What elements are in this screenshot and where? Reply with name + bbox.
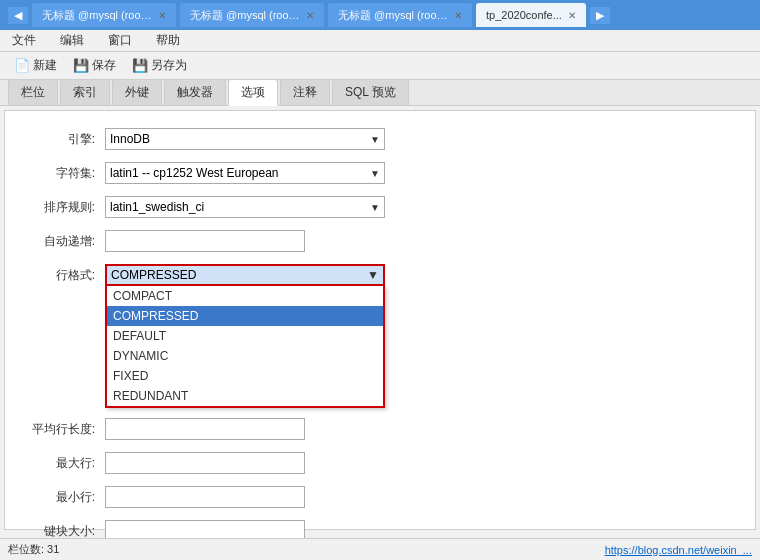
save-as-button[interactable]: 💾 另存为 [126, 55, 193, 76]
engine-select[interactable]: InnoDB ▼ [105, 128, 385, 150]
tab-columns[interactable]: 栏位 [8, 79, 58, 105]
min-row-row: 最小行: [25, 485, 735, 509]
tab-sql-preview[interactable]: SQL 预览 [332, 79, 409, 105]
menu-file[interactable]: 文件 [8, 30, 40, 51]
charset-arrow: ▼ [370, 168, 380, 179]
save-label: 保存 [92, 57, 116, 74]
avg-row-field [105, 418, 385, 440]
min-row-label: 最小行: [25, 489, 105, 506]
new-icon: 📄 [14, 58, 30, 74]
charset-field: latin1 -- cp1252 West European ▼ [105, 162, 385, 184]
row-format-dropdown: COMPACT COMPRESSED DEFAULT DYNAMIC FIXED… [105, 286, 385, 408]
status-link[interactable]: https://blog.csdn.net/weixin_... [605, 544, 752, 556]
row-format-label: 行格式: [25, 267, 105, 284]
main-content: 引擎: InnoDB ▼ 字符集: latin1 -- cp1252 West … [4, 110, 756, 530]
charset-label: 字符集: [25, 165, 105, 182]
toolbar: 📄 新建 💾 保存 💾 另存为 [0, 52, 760, 80]
option-fixed[interactable]: FIXED [107, 366, 383, 386]
collation-label: 排序规则: [25, 199, 105, 216]
tab-2-close[interactable]: ✕ [306, 10, 314, 21]
new-button[interactable]: 📄 新建 [8, 55, 63, 76]
menu-edit[interactable]: 编辑 [56, 30, 88, 51]
option-default[interactable]: DEFAULT [107, 326, 383, 346]
max-row-row: 最大行: [25, 451, 735, 475]
auto-increment-input[interactable] [105, 230, 305, 252]
engine-field: InnoDB ▼ [105, 128, 385, 150]
option-redundant[interactable]: REDUNDANT [107, 386, 383, 406]
auto-increment-label: 自动递增: [25, 233, 105, 250]
tab-nav-right[interactable]: ▶ [590, 7, 610, 24]
collation-arrow: ▼ [370, 202, 380, 213]
key-block-label: 键块大小: [25, 523, 105, 540]
avg-row-input[interactable] [105, 418, 305, 440]
tab-strip: 栏位 索引 外键 触发器 选项 注释 SQL 预览 [0, 80, 760, 106]
status-bar: 栏位数: 31 https://blog.csdn.net/weixin_... [0, 538, 760, 560]
engine-row: 引擎: InnoDB ▼ [25, 127, 735, 151]
avg-row-row: 平均行长度: [25, 417, 735, 441]
menu-help[interactable]: 帮助 [152, 30, 184, 51]
option-dynamic[interactable]: DYNAMIC [107, 346, 383, 366]
engine-arrow: ▼ [370, 134, 380, 145]
row-format-arrow: ▼ [367, 268, 379, 282]
min-row-field [105, 486, 385, 508]
tab-3-close[interactable]: ✕ [454, 10, 462, 21]
tab-4[interactable]: tp_2020confe... ✕ [476, 3, 586, 27]
tab-comments[interactable]: 注释 [280, 79, 330, 105]
charset-row: 字符集: latin1 -- cp1252 West European ▼ [25, 161, 735, 185]
min-row-input[interactable] [105, 486, 305, 508]
save-icon: 💾 [73, 58, 89, 74]
tab-1[interactable]: 无标题 @mysql (root) - ... ✕ [32, 3, 176, 27]
title-bar: ◀ 无标题 @mysql (root) - ... ✕ 无标题 @mysql (… [0, 0, 760, 30]
tab-2[interactable]: 无标题 @mysql (root) - ... ✕ [180, 3, 324, 27]
status-text: 栏位数: 31 [8, 542, 59, 557]
save-as-icon: 💾 [132, 58, 148, 74]
menu-bar: 文件 编辑 窗口 帮助 [0, 30, 760, 52]
charset-select[interactable]: latin1 -- cp1252 West European ▼ [105, 162, 385, 184]
engine-label: 引擎: [25, 131, 105, 148]
engine-value: InnoDB [110, 132, 150, 146]
auto-increment-field [105, 230, 385, 252]
row-format-container: COMPRESSED ▼ COMPACT COMPRESSED DEFAULT … [105, 264, 385, 286]
row-format-row: 行格式: COMPRESSED ▼ COMPACT COMPRESSED DEF… [25, 263, 735, 287]
tab-3[interactable]: 无标题 @mysql (root) - ... ✕ [328, 3, 472, 27]
tab-foreign-keys[interactable]: 外键 [112, 79, 162, 105]
tab-options[interactable]: 选项 [228, 79, 278, 106]
tab-nav-left[interactable]: ◀ [8, 7, 28, 24]
collation-field: latin1_swedish_ci ▼ [105, 196, 385, 218]
collation-value: latin1_swedish_ci [110, 200, 204, 214]
max-row-label: 最大行: [25, 455, 105, 472]
row-format-select[interactable]: COMPRESSED ▼ [105, 264, 385, 286]
tab-triggers[interactable]: 触发器 [164, 79, 226, 105]
menu-window[interactable]: 窗口 [104, 30, 136, 51]
auto-increment-row: 自动递增: [25, 229, 735, 253]
collation-select[interactable]: latin1_swedish_ci ▼ [105, 196, 385, 218]
tab-1-close[interactable]: ✕ [158, 10, 166, 21]
tab-indexes[interactable]: 索引 [60, 79, 110, 105]
new-label: 新建 [33, 57, 57, 74]
charset-value: latin1 -- cp1252 West European [110, 166, 279, 180]
max-row-field [105, 452, 385, 474]
row-format-value: COMPRESSED [111, 268, 196, 282]
save-as-label: 另存为 [151, 57, 187, 74]
avg-row-label: 平均行长度: [25, 421, 105, 438]
option-compact[interactable]: COMPACT [107, 286, 383, 306]
tab-4-close[interactable]: ✕ [568, 10, 576, 21]
save-button[interactable]: 💾 保存 [67, 55, 122, 76]
max-row-input[interactable] [105, 452, 305, 474]
collation-row: 排序规则: latin1_swedish_ci ▼ [25, 195, 735, 219]
option-compressed[interactable]: COMPRESSED [107, 306, 383, 326]
